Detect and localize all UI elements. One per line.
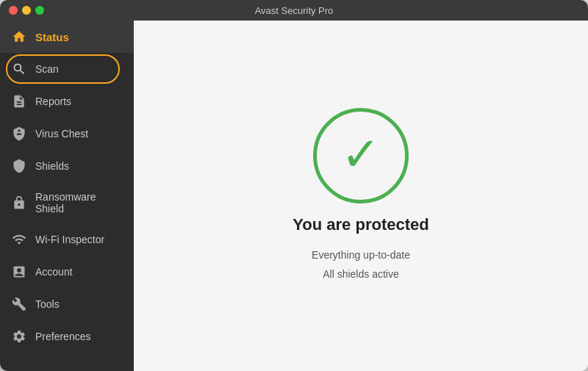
app-window: Avast Security Pro Status: [0, 0, 588, 371]
minimize-button[interactable]: [22, 6, 31, 15]
sidebar-item-virus-chest[interactable]: Virus Chest: [0, 118, 134, 150]
wifi-icon: [12, 232, 26, 247]
app-body: Status Scan Reports: [0, 21, 588, 371]
home-icon: [12, 29, 26, 44]
protected-title: You are protected: [293, 215, 429, 234]
sidebar-label-ransomware: Ransomware Shield: [35, 191, 122, 215]
ransomware-icon: [12, 195, 26, 210]
sidebar-label-shields: Shields: [35, 160, 69, 172]
sidebar-label-preferences: Preferences: [35, 331, 90, 342]
sidebar-label-tools: Tools: [35, 298, 60, 310]
sidebar-label-account: Account: [35, 266, 73, 278]
tools-icon: [12, 297, 26, 311]
sidebar-item-reports[interactable]: Reports: [0, 85, 134, 118]
protected-subtitle: Everything up-to-date All shields active: [312, 246, 410, 283]
protected-circle: ✓: [313, 108, 409, 203]
status-line1: Everything up-to-date: [312, 249, 410, 261]
sidebar-label-wifi: Wi-Fi Inspector: [35, 234, 104, 245]
sidebar-item-tools[interactable]: Tools: [0, 288, 134, 320]
close-button[interactable]: [9, 6, 18, 15]
sidebar-item-preferences[interactable]: Preferences: [0, 320, 134, 353]
sidebar: Status Scan Reports: [0, 21, 134, 371]
sidebar-label-status: Status: [35, 31, 69, 43]
sidebar-item-shields[interactable]: Shields: [0, 150, 134, 182]
titlebar: Avast Security Pro: [0, 0, 588, 21]
reports-icon: [12, 94, 26, 109]
sidebar-label-virus-chest: Virus Chest: [35, 128, 88, 140]
sidebar-item-account[interactable]: Account: [0, 256, 134, 288]
main-content: ✓ You are protected Everything up-to-dat…: [134, 21, 588, 371]
window-title: Avast Security Pro: [255, 5, 334, 16]
checkmark-icon: ✓: [341, 131, 381, 178]
account-icon: [12, 264, 26, 279]
status-line2: All shields active: [323, 268, 399, 280]
sidebar-label-scan: Scan: [35, 63, 59, 75]
search-icon: [12, 62, 26, 76]
sidebar-item-wifi-inspector[interactable]: Wi-Fi Inspector: [0, 223, 134, 256]
maximize-button[interactable]: [35, 6, 44, 15]
shield-icon: [12, 159, 26, 173]
sidebar-item-status[interactable]: Status: [0, 21, 134, 53]
traffic-lights: [9, 6, 44, 15]
preferences-icon: [12, 329, 26, 344]
chest-icon: [12, 126, 26, 141]
sidebar-item-scan[interactable]: Scan: [0, 53, 134, 85]
sidebar-item-ransomware-shield[interactable]: Ransomware Shield: [0, 182, 134, 223]
sidebar-label-reports: Reports: [35, 96, 71, 107]
